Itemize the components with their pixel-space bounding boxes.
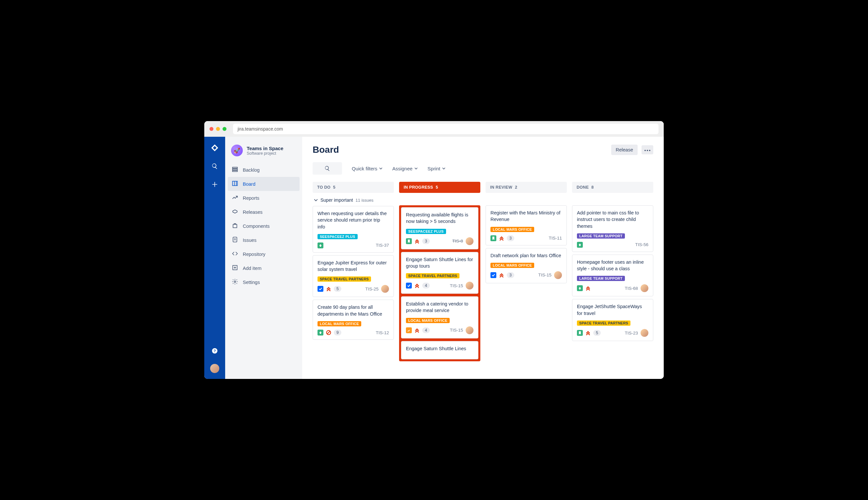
add-item-icon bbox=[232, 264, 238, 272]
svg-point-16 bbox=[644, 150, 646, 151]
column-in-review: IN REVIEW 2 Register with the Mars Minis… bbox=[486, 182, 567, 371]
epic-tag: SPACE TRAVEL PARTNERS bbox=[577, 320, 630, 326]
rail-search-icon[interactable] bbox=[209, 161, 220, 171]
project-name: Teams in Space bbox=[247, 146, 283, 151]
search-icon bbox=[324, 166, 330, 171]
sidebar-item-backlog[interactable]: Backlog bbox=[228, 163, 299, 177]
issue-card[interactable]: Engage Jupiter Express for outer solar s… bbox=[312, 255, 394, 297]
board-search[interactable] bbox=[312, 162, 342, 174]
issue-key: TIS-12 bbox=[376, 330, 389, 335]
project-subtitle: Software project bbox=[247, 151, 283, 156]
rail-create-icon[interactable] bbox=[209, 179, 220, 190]
swimlane-name: Super important bbox=[320, 197, 353, 203]
more-menu-button[interactable] bbox=[641, 145, 653, 155]
quick-filters-dropdown[interactable]: Quick filters bbox=[352, 166, 382, 171]
svg-point-17 bbox=[647, 150, 648, 151]
card-estimate: 3 bbox=[507, 272, 514, 278]
priority-highest-icon bbox=[414, 283, 420, 288]
traffic-close-icon[interactable] bbox=[209, 127, 214, 131]
column-name: TO DO bbox=[317, 185, 331, 190]
sidebar-item-label: Add item bbox=[243, 266, 261, 271]
card-title: Homepage footer uses an inline style - s… bbox=[577, 259, 648, 272]
priority-highest-icon bbox=[585, 330, 591, 336]
card-title: Requesting available flights is now taki… bbox=[406, 212, 473, 225]
column-name: DONE bbox=[576, 185, 589, 190]
issue-key: TIS-25 bbox=[365, 286, 378, 292]
priority-highest-icon bbox=[326, 286, 331, 292]
issue-key: TIS-15 bbox=[450, 283, 463, 288]
card-estimate: 5 bbox=[334, 286, 341, 292]
project-header[interactable]: Teams in Space Software project bbox=[228, 145, 299, 163]
board-columns: TO DO 5Super important11 issues When req… bbox=[312, 182, 653, 371]
assignee-dropdown[interactable]: Assignee bbox=[392, 166, 418, 171]
traffic-max-icon[interactable] bbox=[222, 127, 227, 131]
column-to-do: TO DO 5Super important11 issues When req… bbox=[312, 182, 394, 371]
card-list: Register with the Mars Ministry of Reven… bbox=[486, 205, 567, 283]
issue-key: TIS-68 bbox=[625, 286, 638, 291]
filter-bar: Quick filters Assignee Sprint bbox=[312, 162, 653, 174]
page-title: Board bbox=[312, 145, 607, 155]
task-icon bbox=[318, 286, 323, 292]
svg-text:?: ? bbox=[214, 349, 216, 353]
traffic-min-icon[interactable] bbox=[216, 127, 220, 131]
sidebar-item-repository[interactable]: Repository bbox=[228, 247, 299, 261]
sidebar-item-issues[interactable]: Issues bbox=[228, 233, 299, 247]
issue-card[interactable]: Register with the Mars Ministry of Reven… bbox=[486, 205, 567, 246]
issue-card[interactable]: Engage Saturn Shuttle Lines for group to… bbox=[401, 252, 478, 294]
jira-logo-icon[interactable] bbox=[209, 143, 220, 153]
priority-highest-icon bbox=[414, 239, 420, 244]
chevron-down-icon bbox=[414, 167, 418, 170]
card-estimate: 9 bbox=[334, 330, 341, 336]
card-title: Add pointer to main css file to instruct… bbox=[577, 209, 648, 229]
column-header: DONE 8 bbox=[572, 182, 653, 193]
rail-help-icon[interactable]: ? bbox=[209, 345, 220, 356]
card-meta: 3TIS-8 bbox=[406, 237, 473, 245]
svg-point-18 bbox=[649, 150, 650, 151]
release-button[interactable]: Release bbox=[611, 145, 638, 155]
issue-card[interactable]: Add pointer to main css file to instruct… bbox=[572, 205, 653, 252]
issue-card[interactable]: When requesting user details the service… bbox=[312, 206, 394, 253]
card-estimate: 4 bbox=[422, 283, 430, 288]
rail-avatar[interactable] bbox=[210, 364, 219, 373]
priority-highest-icon bbox=[414, 328, 420, 333]
app-body: ? Teams in Space Software project Backlo… bbox=[204, 137, 664, 379]
board-icon bbox=[232, 180, 238, 188]
sidebar-item-board[interactable]: Board bbox=[228, 177, 299, 191]
issue-card[interactable]: Requesting available flights is now taki… bbox=[401, 207, 478, 249]
epic-tag: LOCAL MARS OFFICE bbox=[318, 321, 361, 326]
issue-card[interactable]: Create 90 day plans for all departments … bbox=[312, 299, 394, 340]
priority-highest-icon bbox=[585, 286, 591, 291]
issue-card[interactable]: Homepage footer uses an inline style - s… bbox=[572, 254, 653, 297]
epic-tag: SEESPACEEZ PLUS bbox=[406, 229, 446, 234]
card-meta: TIS-37 bbox=[318, 242, 389, 248]
sidebar-item-releases[interactable]: Releases bbox=[228, 205, 299, 219]
sidebar-item-add-item[interactable]: Add item bbox=[228, 261, 299, 275]
assignee-avatar bbox=[466, 237, 473, 245]
story-icon bbox=[406, 238, 412, 244]
sidebar-item-label: Issues bbox=[243, 238, 256, 243]
issue-card[interactable]: Engage JetShuttle SpaceWays for travel S… bbox=[572, 299, 653, 341]
chevron-down-icon bbox=[314, 198, 318, 202]
sidebar-item-components[interactable]: Components bbox=[228, 219, 299, 233]
issue-key: TIS-15 bbox=[538, 273, 551, 277]
column-header: TO DO 5 bbox=[312, 182, 394, 193]
card-estimate: 3 bbox=[422, 238, 430, 244]
browser-chrome: jira.teamsinspace.com bbox=[204, 121, 664, 137]
swimlane-header[interactable]: Super important11 issues bbox=[312, 197, 394, 203]
column-count: 5 bbox=[436, 185, 438, 190]
sprint-dropdown[interactable]: Sprint bbox=[427, 166, 445, 171]
sidebar-item-reports[interactable]: Reports bbox=[228, 191, 299, 205]
card-title: Register with the Mars Ministry of Reven… bbox=[490, 209, 562, 223]
card-title: Draft network plan for Mars Office bbox=[490, 252, 562, 259]
improvement-icon bbox=[577, 242, 583, 248]
improvement-icon bbox=[318, 242, 323, 248]
improvement-icon bbox=[577, 285, 583, 291]
main-content: Board Release Quick filters Assignee bbox=[302, 137, 664, 379]
sidebar-item-label: Backlog bbox=[243, 168, 260, 173]
issue-card[interactable]: Engage Saturn Shuttle Lines bbox=[401, 341, 478, 359]
sidebar-item-settings[interactable]: Settings bbox=[228, 275, 299, 289]
issue-card[interactable]: Draft network plan for Mars Office LOCAL… bbox=[486, 248, 567, 283]
issue-card[interactable]: Establish a catering vendor to provide m… bbox=[401, 296, 478, 339]
url-bar[interactable]: jira.teamsinspace.com bbox=[233, 124, 659, 134]
epic-tag: LOCAL MARS OFFICE bbox=[490, 263, 534, 268]
